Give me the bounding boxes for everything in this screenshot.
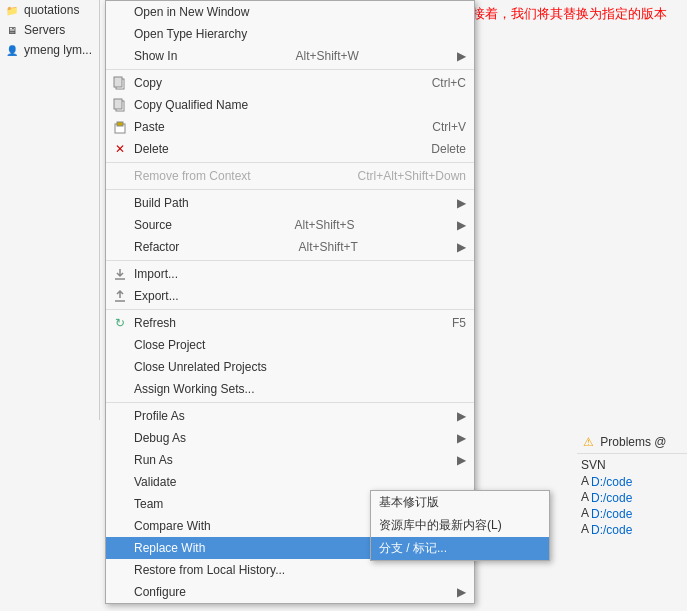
ide-background: 📁 quotations 🖥 Servers 👤 ymeng lym... 紧接… [0, 0, 687, 611]
menu-item-label: Show In [134, 49, 177, 63]
arrow-icon: ▶ [457, 218, 466, 232]
arrow-icon: ▶ [457, 453, 466, 467]
svn-link-1[interactable]: A D:/code [581, 474, 683, 490]
copy-icon [112, 75, 128, 91]
svg-rect-1 [114, 77, 122, 87]
menu-item-label: Import... [134, 267, 178, 281]
delete-icon: ✕ [112, 141, 128, 157]
menu-item-label: Refactor [134, 240, 179, 254]
folder-icon: 📁 [4, 2, 20, 18]
menu-item-run-as[interactable]: Run As ▶ [106, 449, 474, 471]
menu-item-label: Replace With [134, 541, 205, 555]
menu-item-export[interactable]: Export... [106, 285, 474, 307]
menu-item-copy-qualified-name[interactable]: Copy Qualified Name [106, 94, 474, 116]
refresh-icon: ↻ [112, 315, 128, 331]
tree-panel: 📁 quotations 🖥 Servers 👤 ymeng lym... [0, 0, 100, 420]
menu-item-label: Copy Qualified Name [134, 98, 248, 112]
menu-item-profile-as[interactable]: Profile As ▶ [106, 405, 474, 427]
menu-item-import[interactable]: Import... [106, 263, 474, 285]
menu-item-label: Paste [134, 120, 165, 134]
menu-item-label: Close Project [134, 338, 205, 352]
import-icon [112, 266, 128, 282]
menu-shortcut: Ctrl+C [412, 76, 466, 90]
menu-item-label: Delete [134, 142, 169, 156]
submenu-item-branch-tag[interactable]: 分支 / 标记... [371, 537, 549, 560]
server-icon: 🖥 [4, 22, 20, 38]
export-icon [112, 288, 128, 304]
menu-item-label: Build Path [134, 196, 189, 210]
submenu-item-label: 分支 / 标记... [379, 540, 447, 557]
menu-shortcut: F5 [432, 316, 466, 330]
arrow-icon: ▶ [457, 585, 466, 599]
menu-item-label: Source [134, 218, 172, 232]
menu-item-assign-working-sets[interactable]: Assign Working Sets... [106, 378, 474, 400]
svg-rect-3 [114, 99, 122, 109]
menu-item-label: Export... [134, 289, 179, 303]
separator [106, 309, 474, 310]
arrow-icon: ▶ [457, 196, 466, 210]
menu-item-label: Open Type Hierarchy [134, 27, 247, 41]
menu-item-label: Debug As [134, 431, 186, 445]
menu-item-label: Team [134, 497, 163, 511]
tree-item-servers[interactable]: 🖥 Servers [0, 20, 99, 40]
menu-shortcut: Alt+Shift+W [276, 49, 359, 63]
arrow-icon: ▶ [457, 240, 466, 254]
svn-link-3[interactable]: A D:/code [581, 506, 683, 522]
menu-item-debug-as[interactable]: Debug As ▶ [106, 427, 474, 449]
problems-panel: ⚠ Problems @ SVN A D:/code A D:/code A D… [577, 431, 687, 611]
menu-shortcut: Ctrl+V [412, 120, 466, 134]
menu-item-label: Compare With [134, 519, 211, 533]
menu-item-refactor[interactable]: Refactor Alt+Shift+T ▶ [106, 236, 474, 258]
menu-item-label: Restore from Local History... [134, 563, 285, 577]
menu-item-restore-local[interactable]: Restore from Local History... [106, 559, 474, 581]
menu-item-configure[interactable]: Configure ▶ [106, 581, 474, 603]
tree-item-label: ymeng lym... [24, 43, 92, 57]
menu-item-label: Assign Working Sets... [134, 382, 255, 396]
copy-qualified-icon [112, 97, 128, 113]
svg-rect-5 [117, 122, 123, 126]
menu-item-build-path[interactable]: Build Path ▶ [106, 192, 474, 214]
menu-shortcut: Ctrl+Alt+Shift+Down [338, 169, 466, 183]
menu-item-label: Profile As [134, 409, 185, 423]
svn-link-2[interactable]: A D:/code [581, 490, 683, 506]
problems-icon: ⚠ [583, 435, 594, 449]
separator [106, 162, 474, 163]
menu-item-label: Configure [134, 585, 186, 599]
menu-shortcut: Alt+Shift+T [278, 240, 357, 254]
replace-with-submenu: 基本修订版 资源库中的最新内容(L) 分支 / 标记... [370, 490, 550, 561]
menu-item-copy[interactable]: Copy Ctrl+C [106, 72, 474, 94]
tree-item-ymeng[interactable]: 👤 ymeng lym... [0, 40, 99, 60]
menu-item-label: Open in New Window [134, 5, 249, 19]
svn-area: SVN A D:/code A D:/code A D:/code A D:/c… [577, 454, 687, 542]
separator [106, 260, 474, 261]
menu-item-label: Validate [134, 475, 176, 489]
submenu-item-latest[interactable]: 资源库中的最新内容(L) [371, 514, 549, 537]
separator [106, 69, 474, 70]
tree-item-quotations[interactable]: 📁 quotations [0, 0, 99, 20]
svn-link-4[interactable]: A D:/code [581, 522, 683, 538]
separator [106, 402, 474, 403]
menu-item-label: Close Unrelated Projects [134, 360, 267, 374]
menu-item-remove-context[interactable]: Remove from Context Ctrl+Alt+Shift+Down [106, 165, 474, 187]
menu-item-source[interactable]: Source Alt+Shift+S ▶ [106, 214, 474, 236]
tree-item-label: Servers [24, 23, 65, 37]
menu-item-label: Run As [134, 453, 173, 467]
problems-header: ⚠ Problems @ [577, 431, 687, 454]
svn-label: SVN [581, 458, 683, 472]
menu-item-refresh[interactable]: ↻ Refresh F5 [106, 312, 474, 334]
menu-shortcut: Alt+Shift+S [274, 218, 354, 232]
menu-item-close-project[interactable]: Close Project [106, 334, 474, 356]
submenu-item-base-revision[interactable]: 基本修订版 [371, 491, 549, 514]
menu-item-show-in[interactable]: Show In Alt+Shift+W ▶ [106, 45, 474, 67]
menu-item-open-new-window[interactable]: Open in New Window [106, 1, 474, 23]
user-icon: 👤 [4, 42, 20, 58]
menu-item-delete[interactable]: ✕ Delete Delete [106, 138, 474, 160]
arrow-icon: ▶ [457, 409, 466, 423]
menu-item-close-unrelated[interactable]: Close Unrelated Projects [106, 356, 474, 378]
submenu-item-label: 资源库中的最新内容(L) [379, 517, 502, 534]
menu-item-paste[interactable]: Paste Ctrl+V [106, 116, 474, 138]
submenu-item-label: 基本修订版 [379, 494, 439, 511]
menu-item-open-type-hierarchy[interactable]: Open Type Hierarchy [106, 23, 474, 45]
menu-item-label: Remove from Context [134, 169, 251, 183]
menu-shortcut: Delete [411, 142, 466, 156]
